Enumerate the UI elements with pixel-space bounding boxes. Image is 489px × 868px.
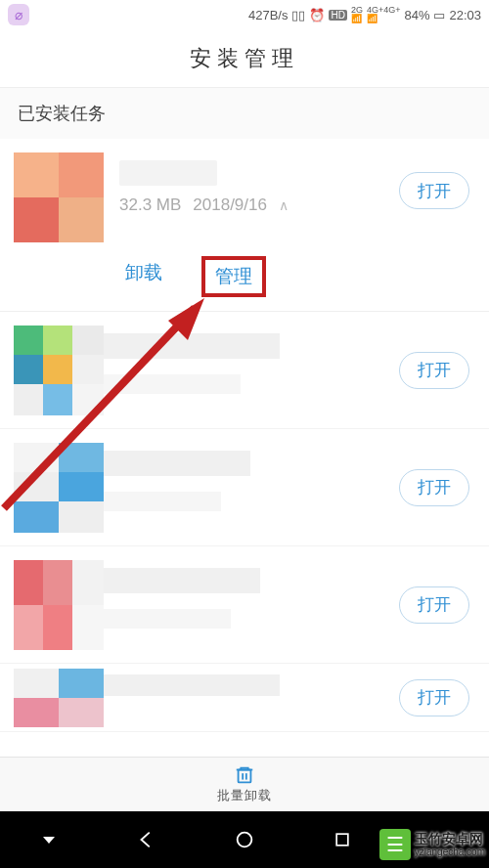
batch-uninstall-label: 批量卸载 — [217, 787, 272, 804]
app-row[interactable]: 打开 — [0, 429, 489, 546]
app-row-expanded[interactable]: 32.3 MB 2018/9/16 ∧ 打开 — [0, 139, 489, 242]
app-info-redacted — [104, 560, 399, 650]
app-info-redacted — [104, 326, 399, 415]
trash-icon — [234, 764, 255, 786]
svg-rect-2 — [239, 770, 251, 783]
page-title: 安装管理 — [0, 29, 489, 88]
open-button[interactable]: 打开 — [399, 172, 469, 209]
open-button[interactable]: 打开 — [399, 679, 469, 716]
app-row[interactable]: 打开 — [0, 664, 489, 732]
svg-marker-5 — [43, 837, 55, 844]
chevron-up-icon[interactable]: ∧ — [279, 197, 289, 213]
uninstall-link[interactable]: 卸载 — [125, 260, 162, 293]
watermark: ☰ 玉竹安卓网 yzlangecha.com — [379, 829, 485, 860]
status-bar: ⌀ 427B/s ▯▯ ⏰ HD 2G📶 4G+4G+📶 84% ▭ 22:03 — [0, 0, 489, 29]
app-info-redacted — [104, 669, 399, 727]
app-row[interactable]: 打开 — [0, 546, 489, 664]
app-actions: 卸载 管理 — [0, 242, 489, 312]
status-left: ⌀ — [8, 4, 29, 25]
app-icon — [14, 443, 104, 533]
open-button[interactable]: 打开 — [399, 352, 469, 389]
svg-rect-7 — [336, 834, 348, 846]
nav-hide-icon[interactable] — [35, 826, 63, 853]
network-speed: 427B/s — [248, 8, 288, 22]
svg-point-6 — [238, 833, 252, 847]
notification-icon: ⌀ — [8, 4, 29, 25]
signal-4g: 4G+4G+📶 — [367, 6, 401, 23]
nav-home-icon[interactable] — [231, 826, 258, 853]
status-right: 427B/s ▯▯ ⏰ HD 2G📶 4G+4G+📶 84% ▭ 22:03 — [248, 6, 481, 23]
alarm-icon: ⏰ — [309, 8, 325, 22]
signal-2g: 2G📶 — [351, 6, 363, 23]
nav-back-icon[interactable] — [133, 826, 160, 853]
app-row[interactable]: 打开 — [0, 312, 489, 429]
app-size: 32.3 MB — [119, 195, 181, 215]
app-icon — [14, 560, 104, 650]
open-button[interactable]: 打开 — [399, 586, 469, 624]
battery-pct: 84% — [404, 8, 429, 22]
app-icon — [14, 669, 104, 727]
section-header-installed: 已安装任务 — [0, 88, 489, 139]
app-icon — [14, 326, 104, 415]
app-date: 2018/9/16 — [193, 195, 267, 215]
watermark-cn: 玉竹安卓网 — [415, 832, 485, 846]
app-info-redacted — [104, 443, 399, 533]
manage-link[interactable]: 管理 — [201, 256, 266, 297]
app-icon — [14, 152, 104, 242]
watermark-logo-icon: ☰ — [379, 829, 411, 860]
nav-recent-icon[interactable] — [329, 826, 356, 853]
app-info: 32.3 MB 2018/9/16 ∧ — [104, 152, 399, 215]
open-button[interactable]: 打开 — [399, 469, 469, 506]
watermark-en: yzlangecha.com — [415, 846, 485, 857]
app-name-redacted — [119, 160, 217, 186]
app-meta: 32.3 MB 2018/9/16 ∧ — [119, 195, 399, 215]
hd-badge: HD — [329, 10, 346, 21]
battery-icon: ▭ — [433, 8, 445, 22]
clock: 22:03 — [449, 8, 481, 22]
vibrate-icon: ▯▯ — [291, 8, 305, 22]
batch-uninstall-bar[interactable]: 批量卸载 — [0, 757, 489, 811]
